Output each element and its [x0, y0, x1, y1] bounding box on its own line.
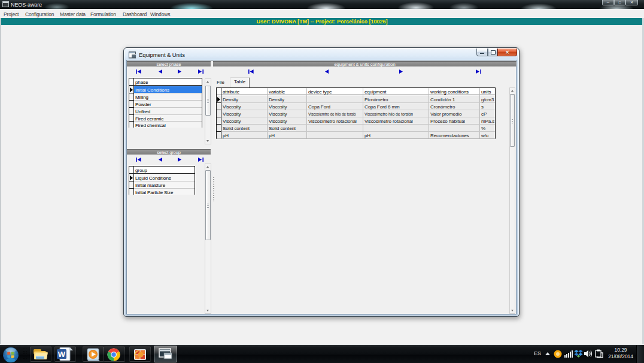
svg-text:W: W	[58, 350, 66, 359]
